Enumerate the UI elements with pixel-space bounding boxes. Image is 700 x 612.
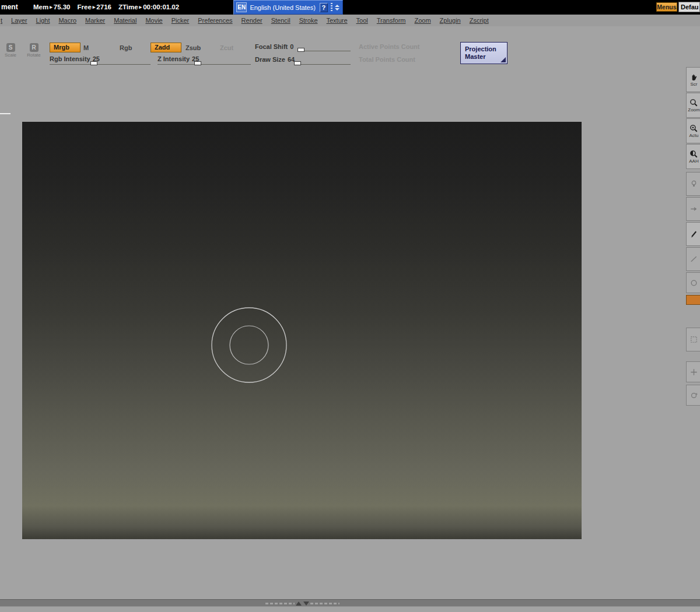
language-code-badge[interactable]: EN <box>236 2 247 12</box>
ztime-readout: ZTime▸00:00:01.02 <box>118 3 179 10</box>
shelf-item-disabled-2[interactable] <box>686 197 700 221</box>
top-shelf: S Scale R Rotate Mrgb M Rgb Zadd Zsub Zc… <box>0 27 700 69</box>
mem-label: Mem <box>33 3 48 10</box>
line-icon <box>690 255 698 263</box>
document-canvas[interactable] <box>22 122 582 539</box>
zcut-toggle-button[interactable]: Zcut <box>220 44 233 51</box>
title-bar: ment Mem▸75.30 Free▸2716 ZTime▸00:00:01.… <box>0 0 700 15</box>
mrgb-toggle-button[interactable]: Mrgb <box>50 43 80 52</box>
menu-item-zplugin[interactable]: Zplugin <box>440 17 461 24</box>
draw-size-text: Draw Size <box>255 56 285 63</box>
free-value: 2716 <box>96 3 111 10</box>
z-intensity-handle[interactable] <box>194 61 201 65</box>
shelf-item-scroll[interactable]: Scr <box>686 67 700 92</box>
focal-shift-handle[interactable] <box>298 48 304 52</box>
menu-item-tool[interactable]: Tool <box>356 17 368 24</box>
shelf-item-label: AAH <box>689 159 698 164</box>
menu-item-marker[interactable]: Marker <box>85 17 105 24</box>
rotate-circle-icon <box>690 391 698 400</box>
projection-master-line1: Projection <box>465 45 507 53</box>
active-points-count: Active Points Count <box>359 43 420 50</box>
menu-item-macro[interactable]: Macro <box>58 17 76 24</box>
zsub-toggle-button[interactable]: Zsub <box>186 44 201 51</box>
shelf-item-disabled-1[interactable] <box>686 172 700 196</box>
shelf-item-disabled-5[interactable] <box>686 328 700 351</box>
shelf-item-disabled-7[interactable] <box>686 385 700 406</box>
menu-item-transform[interactable]: Transform <box>377 17 406 24</box>
projection-master-button[interactable]: Projection Master <box>460 42 508 64</box>
menu-item-layer[interactable]: Layer <box>11 17 27 24</box>
rotate-icon: R <box>30 43 38 52</box>
shelf-item-zoom[interactable]: Zoom <box>686 93 700 118</box>
triangle-icon: ▸ <box>139 4 142 10</box>
shelf-active-swatch[interactable] <box>686 295 700 305</box>
ztime-value: 00:00:01.02 <box>143 3 179 10</box>
magnifier-icon <box>690 150 698 159</box>
rgb-toggle-button[interactable]: Rgb <box>120 44 132 51</box>
shelf-item-disabled-3[interactable] <box>686 247 700 271</box>
shelf-item-label: Zoom <box>688 108 699 112</box>
menu-item-stencil[interactable]: Stencil <box>271 17 290 24</box>
ztime-label: ZTime <box>118 3 138 10</box>
lightbulb-icon <box>690 180 698 188</box>
bottom-tray-divider[interactable] <box>0 599 700 607</box>
language-bar[interactable]: EN English (United States) ? <box>233 0 343 15</box>
menu-item-texture[interactable]: Texture <box>327 17 348 24</box>
menu-item-picker[interactable]: Picker <box>172 17 190 24</box>
draw-size-handle[interactable] <box>294 61 301 65</box>
grip-arrows-icon <box>335 5 340 10</box>
fold-corner-icon <box>501 57 506 62</box>
tray-resize-control[interactable] <box>296 601 309 606</box>
left-tray-divider-handle[interactable] <box>0 113 10 114</box>
help-icon[interactable]: ? <box>320 3 328 12</box>
brush-icon <box>690 230 698 238</box>
language-name: English (United States) <box>250 4 316 11</box>
m-toggle-button[interactable]: M <box>83 44 89 51</box>
free-label: Free <box>78 3 92 10</box>
focal-shift-text: Focal Shift <box>255 43 288 50</box>
shelf-item-disabled-6[interactable] <box>686 361 700 382</box>
draw-size-label: Draw Size64 <box>255 56 295 63</box>
zadd-toggle-button[interactable]: Zadd <box>150 43 181 52</box>
menu-item-zscript[interactable]: Zscript <box>470 17 489 24</box>
menu-item-material[interactable]: Material <box>114 17 136 24</box>
shelf-item-brush[interactable] <box>686 222 700 246</box>
menu-item-render[interactable]: Render <box>242 17 262 24</box>
menu-item-zoom[interactable]: Zoom <box>414 17 430 24</box>
rotate-tool-label: Rotate <box>24 52 44 58</box>
z-intensity-slider[interactable] <box>158 61 251 65</box>
default-config-button[interactable]: Defau <box>678 2 700 12</box>
rgb-intensity-handle[interactable] <box>90 61 97 65</box>
tray-up-icon[interactable] <box>296 602 302 606</box>
menu-item-clipped[interactable]: t <box>1 17 2 24</box>
shelf-item-aahalf[interactable]: AAH <box>686 144 700 169</box>
magnifier-icon <box>690 99 698 107</box>
menu-item-stroke[interactable]: Stroke <box>299 17 318 24</box>
shelf-item-actual-size[interactable]: Actu <box>686 118 700 143</box>
magnifier-icon <box>690 124 698 133</box>
focal-shift-slider[interactable] <box>299 47 351 51</box>
menu-item-light[interactable]: Light <box>36 17 50 24</box>
rotate-tool-button[interactable]: R Rotate <box>24 43 44 58</box>
menu-bar: t Layer Light Macro Marker Material Movi… <box>0 15 700 26</box>
tray-dashes-icon <box>310 603 340 604</box>
frame-icon <box>690 335 698 344</box>
scale-icon: S <box>6 43 15 52</box>
free-readout: Free▸2716 <box>78 3 111 10</box>
menus-button[interactable]: Menus <box>656 2 677 12</box>
tray-down-icon[interactable] <box>303 602 309 606</box>
shelf-item-disabled-4[interactable] <box>686 272 700 293</box>
mem-value: 75.30 <box>54 3 71 10</box>
shelf-item-label: Scr <box>691 82 698 87</box>
scale-tool-label: Scale <box>1 52 20 58</box>
menu-item-preferences[interactable]: Preferences <box>198 17 232 24</box>
grip-dots-icon <box>331 3 332 12</box>
menu-item-movie[interactable]: Movie <box>145 17 162 24</box>
scale-tool-button[interactable]: S Scale <box>1 43 20 58</box>
move-cross-icon <box>690 368 698 377</box>
language-bar-grip[interactable] <box>331 1 340 14</box>
draw-size-slider[interactable] <box>295 61 351 65</box>
focal-shift-value: 0 <box>290 43 293 50</box>
total-points-count: Total Points Count <box>359 56 415 63</box>
rgb-intensity-slider[interactable] <box>50 61 150 65</box>
